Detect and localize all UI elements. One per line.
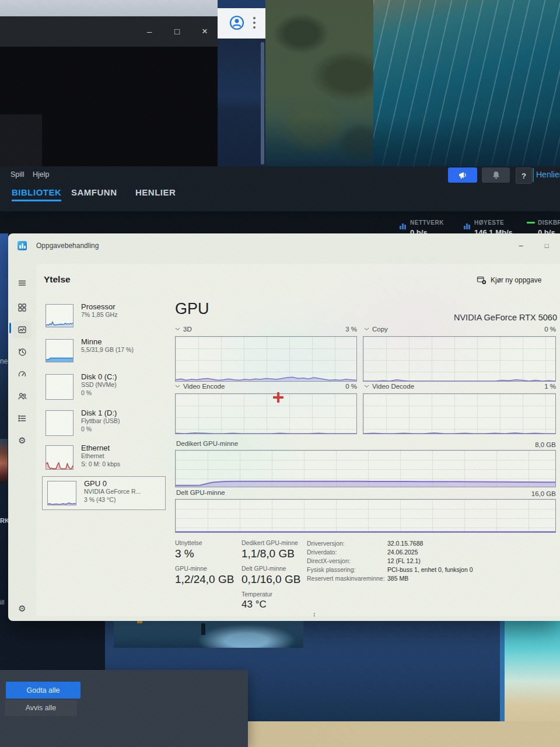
history-clock-icon [18, 347, 27, 357]
users-icon [18, 392, 27, 401]
browser-tab-strip [218, 0, 265, 8]
tab-samfunn[interactable]: SAMFUNN [71, 187, 117, 197]
cookie-consent-panel: Godta alle Avvis alle [0, 670, 248, 747]
sidebar-item-gpu0[interactable]: GPU 0 NVIDIA GeForce R... 3 % (43 °C) [42, 476, 166, 510]
megaphone-icon [458, 171, 467, 179]
nav-startup-apps[interactable] [13, 365, 32, 383]
gauge-icon [18, 369, 27, 379]
stat-label: GPU-minne [175, 565, 207, 572]
stat-value: 1,2/24,0 GB [175, 573, 234, 586]
stat-label: Dedikert GPU-minne [242, 539, 298, 546]
settings-button[interactable]: ⚙ [13, 600, 32, 617]
text-fragment: ill [0, 599, 8, 606]
device-title: Ethernet [81, 444, 120, 452]
minimize-icon[interactable]: – [512, 233, 530, 258]
chart-label: Video Decode [372, 383, 414, 390]
nav-details[interactable] [13, 410, 32, 427]
menu-hjelp[interactable]: Hjelp [33, 170, 50, 179]
gpu-3d-chart [175, 336, 357, 382]
stat-label: Utnyttelse [175, 539, 202, 546]
shared-memory-max: 16,0 GB [531, 490, 556, 497]
sidebar-item-disk1[interactable]: Disk 1 (D:) Flyttbar (USB) 0 % [46, 409, 170, 441]
chart-value-video-decode: 1 % [544, 383, 556, 390]
browser-toolbar-corner [218, 8, 265, 39]
services-gear-icon: ⚙ [18, 435, 26, 446]
maximize-icon[interactable]: □ [174, 16, 180, 47]
chart-label: Copy [372, 326, 388, 333]
processes-icon [18, 303, 27, 312]
announcements-button[interactable] [448, 167, 477, 183]
details-list-icon [18, 414, 27, 423]
sidebar-item-prosessor[interactable]: Prosessor 7% 1,85 GHz [46, 302, 170, 335]
driver-detail-labels: Driverversjon: Driverdato: DirectX-versj… [307, 539, 385, 583]
kebab-menu-icon[interactable] [253, 16, 256, 30]
sidebar-item-disk0[interactable]: Disk 0 (C:) SSD (NVMe) 0 % [46, 372, 170, 405]
run-new-task-button[interactable]: Kjør ny oppgave [472, 272, 546, 288]
nav-app-history[interactable] [13, 343, 32, 361]
accept-all-button[interactable]: Godta alle [6, 682, 80, 699]
chart-header-video-decode[interactable]: Video Decode [364, 383, 414, 390]
task-manager-app-icon [18, 241, 27, 250]
nav-menu-button[interactable] [13, 274, 32, 292]
close-icon[interactable]: × [202, 16, 208, 47]
nav-users[interactable] [13, 388, 32, 405]
resize-cursor-glyph: ↕ [313, 610, 316, 617]
network-bars-icon [400, 219, 407, 229]
text-fragment: RKS [0, 517, 8, 524]
back-window-titlebar: – □ × [0, 16, 218, 47]
profile-icon[interactable] [229, 15, 244, 30]
scrollbar[interactable] [261, 42, 264, 165]
chart-label: Video Encode [183, 383, 225, 390]
disk0-mini-chart [46, 374, 74, 400]
driver-detail-values: 32.0.15.7688 24.06.2025 12 (FL 12.1) PCI… [387, 539, 473, 583]
tab-bibliotek[interactable]: BIBLIOTEK [12, 187, 61, 201]
peak-bars-icon [464, 219, 471, 229]
chart-header-video-encode[interactable]: Video Encode [175, 383, 225, 390]
minimize-icon[interactable]: – [147, 16, 152, 47]
settings-gear-icon: ⚙ [18, 603, 26, 614]
divider [533, 168, 534, 182]
task-manager-window: Oppgavebehandling – □ ⚙ ⚙ [8, 233, 560, 621]
bell-icon [492, 171, 500, 179]
dedicated-memory-label: Dedikert GPU-minne [176, 440, 238, 447]
shared-memory-label: Delt GPU-minne [176, 489, 225, 496]
device-title: Minne [81, 337, 134, 346]
page-title: Ytelse [44, 274, 71, 285]
chart-header-copy[interactable]: Copy [364, 326, 388, 333]
nav-processes[interactable] [13, 299, 32, 316]
run-new-task-label: Kjør ny oppgave [491, 276, 541, 284]
gpu-copy-chart [363, 336, 556, 382]
disk1-mini-chart [46, 410, 74, 436]
browser-page-edge [218, 39, 265, 168]
tab-henlier[interactable]: HENLIER [135, 187, 176, 197]
chevron-down-icon [364, 327, 369, 331]
nav-performance[interactable] [13, 321, 32, 338]
stat-value: 43 °C [242, 599, 267, 610]
video-encode-chart [175, 393, 357, 434]
maximize-icon[interactable]: □ [538, 233, 555, 258]
device-stat: Ethernet [81, 452, 120, 460]
device-stat: 5,5/31,9 GB (17 %) [81, 346, 134, 354]
help-glyph: ? [522, 172, 526, 180]
hamburger-icon [18, 278, 27, 288]
username-menu[interactable]: Henlier [536, 170, 560, 179]
menu-spill[interactable]: Spill [10, 170, 24, 179]
steam-header: Spill Hjelp BIBLIOTEK SAMFUNN HENLIER ? … [0, 166, 560, 211]
device-title: Disk 1 (D:) [81, 409, 120, 417]
notifications-button[interactable] [482, 167, 510, 183]
stat-label-nettverk: NETTVERK [410, 219, 444, 226]
help-button[interactable]: ? [516, 167, 532, 184]
new-task-icon [477, 275, 487, 285]
disk-usage-icon [527, 222, 535, 224]
device-stat: 0 % [81, 425, 120, 434]
device-stat: 7% 1,85 GHz [81, 311, 117, 319]
sidebar-item-minne[interactable]: Minne 5,5/31,9 GB (17 %) [46, 337, 170, 370]
device-title: Prosessor [81, 302, 117, 311]
nav-services[interactable]: ⚙ [13, 432, 32, 449]
chart-header-3d[interactable]: 3D [175, 326, 192, 333]
sidebar-item-ethernet[interactable]: Ethernet Ethernet S: 0 M: 0 kbps [46, 444, 170, 476]
decline-all-button[interactable]: Avvis alle [5, 700, 77, 716]
stat-label-hoyeste: HØYESTE [474, 219, 504, 226]
device-stat: 3 % (43 °C) [84, 496, 141, 504]
steam-left-edge: ne RKS ill [0, 233, 8, 621]
